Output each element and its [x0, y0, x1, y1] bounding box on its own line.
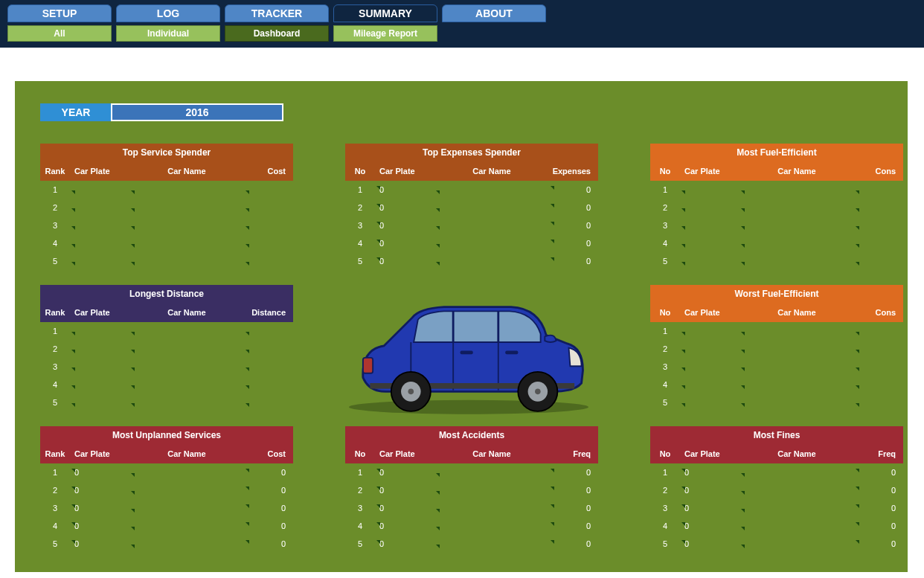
secondary-tabs: All Individual Dashboard Mileage Report	[7, 25, 917, 42]
col-name: Car Name	[739, 308, 854, 317]
panel-title: Worst Fuel-Efficient	[650, 285, 903, 303]
col-no: No	[345, 449, 375, 458]
table-row: 200	[345, 481, 598, 499]
year-value[interactable]: 2016	[111, 103, 283, 121]
col-no: No	[650, 167, 680, 176]
col-name: Car Name	[129, 308, 244, 317]
table-row: 200	[40, 481, 293, 499]
panel-most-fines: Most Fines No Car Plate Car Name Freq 10…	[650, 426, 903, 553]
dashboard-canvas: YEAR 2016	[15, 81, 908, 572]
col-plate: Car Plate	[680, 308, 739, 317]
table-row: 2	[40, 199, 293, 216]
table-row: 300	[345, 499, 598, 517]
col-plate: Car Plate	[70, 449, 129, 458]
table-row: 5	[40, 252, 293, 270]
panel-title: Most Fines	[650, 426, 903, 444]
panel-most-fuel-efficient: Most Fuel-Efficient No Car Plate Car Nam…	[650, 144, 903, 270]
svg-rect-7	[505, 350, 518, 354]
col-name: Car Name	[739, 167, 854, 176]
table-row: 100	[345, 181, 598, 199]
table-row: 100	[345, 463, 598, 481]
tab-setup[interactable]: SETUP	[7, 4, 112, 22]
tab-log[interactable]: LOG	[116, 4, 220, 22]
table-row: 1	[650, 322, 903, 340]
col-name: Car Name	[129, 449, 244, 458]
table-row: 400	[345, 517, 598, 535]
car-illustration	[335, 289, 603, 438]
table-row: 3	[650, 216, 903, 234]
table-row: 100	[40, 463, 293, 481]
table-row: 4	[40, 376, 293, 394]
panel-top-expenses-spender: Top Expenses Spender No Car Plate Car Na…	[345, 144, 598, 270]
table-row: 400	[345, 234, 598, 252]
table-row: 4	[650, 234, 903, 252]
svg-rect-8	[363, 358, 373, 373]
table-row: 4	[650, 376, 903, 394]
col-no: No	[345, 167, 375, 176]
col-plate: Car Plate	[70, 308, 129, 317]
subtab-mileage[interactable]: Mileage Report	[333, 25, 437, 42]
year-selector: YEAR 2016	[40, 103, 908, 121]
panel-headers: Rank Car Plate Car Name Cost	[40, 161, 293, 181]
col-rank: Rank	[40, 449, 70, 458]
col-name: Car Name	[129, 167, 244, 176]
table-row: 2	[650, 340, 903, 358]
primary-tabs: SETUP LOG TRACKER SUMMARY ABOUT	[7, 4, 917, 22]
table-row: 300	[650, 499, 903, 517]
panel-headers: No Car Plate Car Name Expenses	[345, 161, 598, 181]
table-row: 3	[650, 358, 903, 376]
table-row: 3	[40, 358, 293, 376]
top-navigation: SETUP LOG TRACKER SUMMARY ABOUT All Indi…	[0, 0, 924, 48]
col-freq: Freq	[854, 449, 903, 458]
table-row: 1	[40, 181, 293, 199]
table-row: 5	[650, 252, 903, 270]
svg-rect-6	[461, 350, 473, 354]
col-plate: Car Plate	[375, 449, 434, 458]
col-name: Car Name	[739, 449, 854, 458]
table-row: 300	[40, 499, 293, 517]
panel-title: Longest Distance	[40, 285, 293, 303]
subtab-all[interactable]: All	[7, 25, 112, 42]
subtab-dashboard[interactable]: Dashboard	[225, 25, 329, 42]
col-rank: Rank	[40, 167, 70, 176]
col-no: No	[650, 449, 680, 458]
tab-summary[interactable]: SUMMARY	[333, 4, 437, 22]
table-row: 300	[345, 216, 598, 234]
table-row: 400	[650, 517, 903, 535]
panel-headers: No Car Plate Car Name Freq	[345, 444, 598, 463]
table-row: 2	[40, 340, 293, 358]
table-row: 400	[40, 517, 293, 535]
table-row: 5	[40, 394, 293, 411]
panel-title: Most Unplanned Services	[40, 426, 293, 444]
tab-about[interactable]: ABOUT	[442, 4, 546, 22]
col-plate: Car Plate	[680, 449, 739, 458]
panel-worst-fuel-efficient: Worst Fuel-Efficient No Car Plate Car Na…	[650, 285, 903, 411]
panel-top-service-spender: Top Service Spender Rank Car Plate Car N…	[40, 144, 293, 270]
panel-headers: No Car Plate Car Name Cons	[650, 161, 903, 181]
col-cons: Cons	[854, 167, 903, 176]
table-row: 2	[650, 199, 903, 216]
col-rank: Rank	[40, 308, 70, 317]
col-name: Car Name	[434, 449, 549, 458]
panel-title: Most Fuel-Efficient	[650, 144, 903, 161]
tab-tracker[interactable]: TRACKER	[225, 4, 329, 22]
col-cost: Cost	[244, 449, 293, 458]
col-no: No	[650, 308, 680, 317]
table-row: 1	[650, 181, 903, 199]
subtab-individual[interactable]: Individual	[116, 25, 220, 42]
table-row: 500	[40, 535, 293, 553]
panel-headers: No Car Plate Car Name Cons	[650, 303, 903, 322]
table-row: 1	[40, 322, 293, 340]
panel-most-accidents: Most Accidents No Car Plate Car Name Fre…	[345, 426, 598, 553]
svg-point-15	[535, 389, 541, 395]
table-row: 500	[345, 252, 598, 270]
panel-title: Top Expenses Spender	[345, 144, 598, 161]
col-name: Car Name	[434, 167, 549, 176]
col-freq: Freq	[549, 449, 598, 458]
panel-headers: Rank Car Plate Car Name Distance	[40, 303, 293, 322]
col-plate: Car Plate	[70, 167, 129, 176]
col-cons: Cons	[854, 308, 903, 317]
panel-most-unplanned-services: Most Unplanned Services Rank Car Plate C…	[40, 426, 293, 553]
panel-headers: No Car Plate Car Name Freq	[650, 444, 903, 463]
panel-longest-distance: Longest Distance Rank Car Plate Car Name…	[40, 285, 293, 411]
